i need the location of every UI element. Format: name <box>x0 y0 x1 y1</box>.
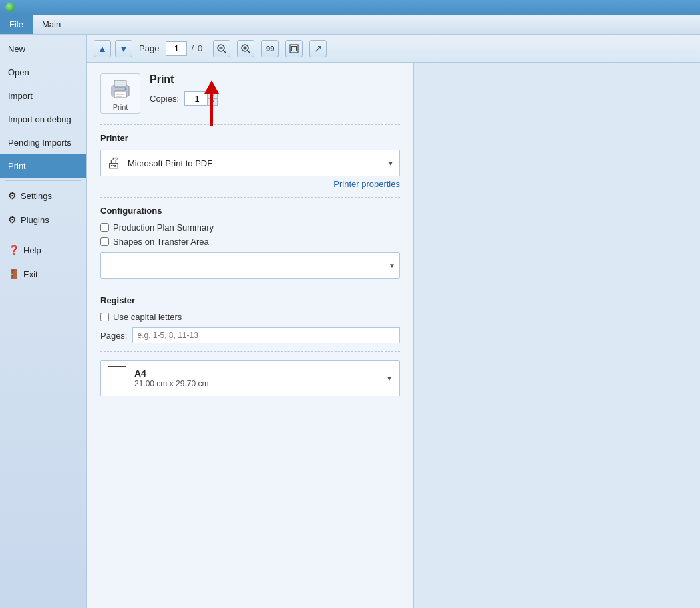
config-dropdown[interactable]: ▼ <box>100 252 400 279</box>
copies-label: Copies: <box>150 94 179 104</box>
page-up-button[interactable]: ▲ <box>94 40 111 57</box>
sidebar-item-print[interactable]: Print <box>0 154 86 178</box>
printer-select-icon: 🖨 <box>106 154 121 172</box>
register-divider <box>100 287 400 287</box>
pages-label: Pages: <box>100 331 127 341</box>
sidebar-divider <box>5 180 81 181</box>
printer-select[interactable]: 🖨 Microsoft Print to PDF ▼ <box>100 150 400 176</box>
zoom-text-button[interactable]: 99 <box>261 40 279 57</box>
sidebar-item-open[interactable]: Open <box>0 61 86 84</box>
printer-dropdown-arrow: ▼ <box>387 160 394 167</box>
print-panel: Print Print Copies: ▲ ▼ <box>87 63 414 608</box>
printer-section-title: Printer <box>100 133 400 143</box>
paper-name: A4 <box>134 368 386 379</box>
app-icon <box>5 3 15 12</box>
zoom-fit-button[interactable] <box>285 40 303 57</box>
svg-line-4 <box>248 51 250 53</box>
settings-icon: ⚙ <box>8 190 17 201</box>
sidebar: New Open Import Import on debug Pending … <box>0 35 87 608</box>
paper-dropdown-arrow: ▼ <box>386 375 393 382</box>
plugins-icon: ⚙ <box>8 214 17 225</box>
printer-select-name: Microsoft Print to PDF <box>128 158 387 168</box>
page-text: Page <box>139 43 159 53</box>
config-label-1: Shapes on Transfer Area <box>113 237 209 247</box>
sidebar-item-import[interactable]: Import <box>0 84 86 108</box>
import-debug-label: Import on debug <box>8 114 71 124</box>
print-header: Print Print Copies: ▲ ▼ <box>100 73 400 114</box>
register-checkbox: Use capital letters <box>100 312 400 322</box>
sidebar-item-exit[interactable]: 🚪 Exit <box>0 262 86 286</box>
main-layout: New Open Import Import on debug Pending … <box>0 35 700 608</box>
config-checkbox-production-plan[interactable] <box>100 223 109 232</box>
settings-label: Settings <box>21 191 52 201</box>
open-label: Open <box>8 67 29 78</box>
pagination-bar: ▲ ▼ Page / 0 99 <box>87 35 700 63</box>
config-label-0: Production Plan Summary <box>113 222 214 233</box>
print-title: Print <box>150 73 218 86</box>
printer-properties-link[interactable]: Printer properties <box>333 179 400 189</box>
menu-file[interactable]: File <box>0 15 33 34</box>
print-label: Print <box>8 161 26 171</box>
copies-input-wrapper: ▲ ▼ <box>184 91 218 106</box>
copies-spinners: ▲ ▼ <box>207 91 218 106</box>
menu-bar: File Main <box>0 15 700 35</box>
copies-spin-down[interactable]: ▼ <box>207 98 218 106</box>
print-icon-box: Print <box>100 73 140 114</box>
use-capital-letters-label: Use capital letters <box>113 312 182 322</box>
sidebar-item-import-debug[interactable]: Import on debug <box>0 108 86 131</box>
config-dropdown-arrow: ▼ <box>389 262 395 269</box>
help-label: Help <box>23 245 41 255</box>
config-checkbox-shapes[interactable] <box>100 237 109 246</box>
svg-rect-12 <box>116 94 124 95</box>
import-label: Import <box>8 91 33 101</box>
zoom-out-icon <box>217 44 226 53</box>
print-info: Print Copies: ▲ ▼ <box>150 73 218 106</box>
sidebar-item-pending-imports[interactable]: Pending Imports <box>0 131 86 154</box>
sidebar-item-help[interactable]: ❓ Help <box>0 238 86 262</box>
svg-point-14 <box>125 88 127 90</box>
zoom-out-button[interactable] <box>213 40 230 57</box>
svg-rect-10 <box>114 80 126 87</box>
svg-line-1 <box>224 51 226 53</box>
menu-main[interactable]: Main <box>33 15 70 34</box>
printer-divider <box>100 124 400 125</box>
pages-row: Pages: <box>100 327 400 343</box>
zoom-fit-icon <box>289 44 299 53</box>
page-down-button[interactable]: ▼ <box>115 40 132 57</box>
sidebar-item-plugins[interactable]: ⚙ Plugins <box>0 208 86 232</box>
printer-properties-container: Printer properties <box>100 179 400 189</box>
sidebar-item-new[interactable]: New <box>0 37 86 61</box>
paper-preview <box>108 366 126 390</box>
sidebar-divider-2 <box>5 235 81 235</box>
help-icon: ❓ <box>8 245 19 255</box>
total-pages: 0 <box>198 43 202 53</box>
plugins-label: Plugins <box>21 215 49 225</box>
printer-icon <box>108 76 133 102</box>
paper-divider <box>100 351 400 352</box>
config-divider <box>100 197 400 198</box>
page-number-input[interactable] <box>166 41 187 56</box>
svg-rect-13 <box>116 96 122 97</box>
sidebar-item-settings[interactable]: ⚙ Settings <box>0 184 86 208</box>
zoom-in-icon <box>241 44 250 53</box>
paper-select[interactable]: A4 21.00 cm x 29.70 cm ▼ <box>100 360 400 396</box>
print-icon-label: Print <box>113 103 128 111</box>
zoom-in-button[interactable] <box>237 40 254 57</box>
config-checkbox-0: Production Plan Summary <box>100 222 400 233</box>
paper-size: 21.00 cm x 29.70 cm <box>134 379 386 388</box>
copies-spin-up[interactable]: ▲ <box>207 91 218 98</box>
svg-rect-8 <box>292 46 297 51</box>
export-button[interactable]: ↗ <box>309 40 327 57</box>
svg-rect-7 <box>290 45 298 53</box>
exit-icon: 🚪 <box>8 269 19 279</box>
pages-input[interactable] <box>132 327 400 343</box>
preview-area <box>414 63 700 608</box>
use-capital-letters-checkbox[interactable] <box>100 313 109 321</box>
paper-info: A4 21.00 cm x 29.70 cm <box>134 368 386 388</box>
copies-row: Copies: ▲ ▼ <box>150 91 218 106</box>
new-label: New <box>8 44 25 54</box>
config-section-title: Configurations <box>100 206 400 216</box>
title-bar <box>0 0 700 15</box>
content-area: ▲ ▼ Page / 0 99 <box>87 35 700 608</box>
panel-and-preview: Print Print Copies: ▲ ▼ <box>87 63 700 608</box>
